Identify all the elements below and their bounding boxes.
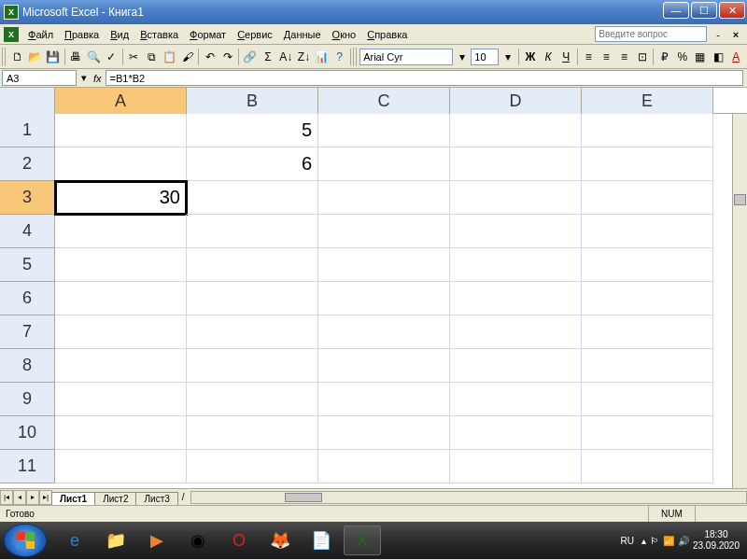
cell-E9[interactable]: [582, 383, 713, 416]
cell-C4[interactable]: [318, 215, 450, 248]
cell-E6[interactable]: [582, 282, 713, 315]
toolbar-grip[interactable]: [2, 48, 7, 66]
col-header-D[interactable]: D: [450, 88, 582, 114]
prev-sheet-button[interactable]: ◂: [13, 490, 26, 505]
sort-desc-icon[interactable]: Z↓: [296, 48, 312, 66]
cell-A5[interactable]: [55, 248, 187, 282]
row-header-10[interactable]: 10: [0, 416, 55, 450]
cell-D11[interactable]: [450, 450, 582, 483]
cell-B4[interactable]: [187, 215, 318, 248]
cell-A4[interactable]: [55, 215, 187, 248]
row-header-8[interactable]: 8: [0, 349, 55, 383]
cell-C2[interactable]: [318, 147, 450, 181]
row-header-5[interactable]: 5: [0, 248, 55, 282]
select-all-corner[interactable]: [0, 88, 55, 114]
workbook-close-button[interactable]: ×: [728, 27, 743, 42]
cell-E1[interactable]: [582, 114, 713, 147]
first-sheet-button[interactable]: |◂: [0, 490, 13, 505]
cell-B2[interactable]: 6: [187, 147, 318, 181]
menu-правка[interactable]: Правка: [59, 27, 105, 42]
cell-E8[interactable]: [582, 349, 713, 383]
copy-icon[interactable]: ⧉: [144, 48, 160, 66]
cell-C11[interactable]: [318, 450, 450, 483]
cell-B5[interactable]: [187, 248, 318, 282]
horizontal-scrollbar[interactable]: [190, 491, 747, 504]
cell-B3[interactable]: [187, 181, 318, 215]
align-left-icon[interactable]: ≡: [581, 48, 597, 66]
toolbar-grip-2[interactable]: [353, 48, 358, 66]
cut-icon[interactable]: ✂: [126, 48, 142, 66]
cell-D4[interactable]: [450, 215, 582, 248]
network-icon[interactable]: 📶: [663, 536, 674, 546]
merge-icon[interactable]: ⊡: [634, 48, 650, 66]
cell-A2[interactable]: [55, 147, 187, 181]
paste-icon[interactable]: 📋: [162, 48, 177, 66]
cell-B1[interactable]: 5: [187, 114, 318, 147]
menu-вид[interactable]: Вид: [105, 27, 134, 42]
row-header-6[interactable]: 6: [0, 282, 55, 315]
name-box[interactable]: [2, 70, 77, 86]
fx-button[interactable]: fx: [90, 73, 106, 84]
save-icon[interactable]: 💾: [45, 48, 61, 66]
cell-D5[interactable]: [450, 248, 582, 282]
cell-C10[interactable]: [318, 416, 450, 450]
col-header-E[interactable]: E: [582, 88, 713, 114]
col-header-C[interactable]: C: [318, 88, 450, 114]
menu-restore-button[interactable]: -: [711, 27, 726, 42]
sheet-tab-Лист2[interactable]: Лист2: [94, 492, 136, 505]
cell-E3[interactable]: [582, 181, 713, 215]
flag-icon[interactable]: 🏳: [650, 536, 659, 546]
tray-chevron-icon[interactable]: ▴: [641, 536, 646, 546]
align-right-icon[interactable]: ≡: [616, 48, 632, 66]
chrome-icon[interactable]: ◉: [179, 525, 217, 555]
row-header-2[interactable]: 2: [0, 147, 55, 181]
row-header-9[interactable]: 9: [0, 383, 55, 416]
align-center-icon[interactable]: ≡: [599, 48, 614, 66]
cell-C6[interactable]: [318, 282, 450, 315]
cell-D1[interactable]: [450, 114, 582, 147]
cell-B8[interactable]: [187, 349, 318, 383]
borders-icon[interactable]: ▦: [692, 48, 708, 66]
menu-окно[interactable]: Окно: [327, 27, 362, 42]
language-indicator[interactable]: RU: [616, 534, 637, 548]
format-painter-icon[interactable]: 🖌: [179, 48, 195, 66]
percent-icon[interactable]: %: [674, 48, 690, 66]
dropdown-icon[interactable]: ▾: [78, 72, 90, 84]
opera-icon[interactable]: O: [220, 525, 258, 555]
cell-C7[interactable]: [318, 315, 450, 349]
undo-icon[interactable]: ↶: [202, 48, 218, 66]
menu-файл[interactable]: Файл: [22, 27, 59, 42]
formula-input[interactable]: [106, 70, 743, 86]
underline-icon[interactable]: Ч: [558, 48, 574, 66]
close-button[interactable]: ✕: [719, 2, 745, 19]
cell-C3[interactable]: [318, 181, 450, 215]
explorer-icon[interactable]: 📁: [97, 525, 134, 555]
row-header-7[interactable]: 7: [0, 315, 55, 349]
media-player-icon[interactable]: ▶: [138, 525, 176, 555]
row-header-4[interactable]: 4: [0, 215, 55, 248]
cell-D8[interactable]: [450, 349, 582, 383]
cell-E5[interactable]: [582, 248, 713, 282]
scroll-thumb[interactable]: [285, 493, 322, 502]
spellcheck-icon[interactable]: ✓: [104, 48, 120, 66]
cell-A11[interactable]: [55, 450, 187, 483]
currency-icon[interactable]: ₽: [656, 48, 672, 66]
ask-question-input[interactable]: [595, 26, 707, 42]
volume-icon[interactable]: 🔊: [678, 536, 689, 546]
cell-D6[interactable]: [450, 282, 582, 315]
sheet-tab-Лист3[interactable]: Лист3: [135, 492, 177, 505]
cell-E7[interactable]: [582, 315, 713, 349]
cell-B11[interactable]: [187, 450, 318, 483]
hyperlink-icon[interactable]: 🔗: [242, 48, 258, 66]
minimize-button[interactable]: —: [663, 2, 689, 19]
col-header-B[interactable]: B: [187, 88, 318, 114]
cell-C8[interactable]: [318, 349, 450, 383]
menu-данные[interactable]: Данные: [278, 27, 327, 42]
scroll-thumb[interactable]: [734, 194, 746, 205]
start-button[interactable]: [4, 524, 47, 557]
cell-A9[interactable]: [55, 383, 187, 416]
dropdown-icon[interactable]: ▾: [500, 48, 515, 66]
redo-icon[interactable]: ↷: [219, 48, 235, 66]
ie-icon[interactable]: e: [56, 525, 93, 555]
cell-E2[interactable]: [582, 147, 713, 181]
